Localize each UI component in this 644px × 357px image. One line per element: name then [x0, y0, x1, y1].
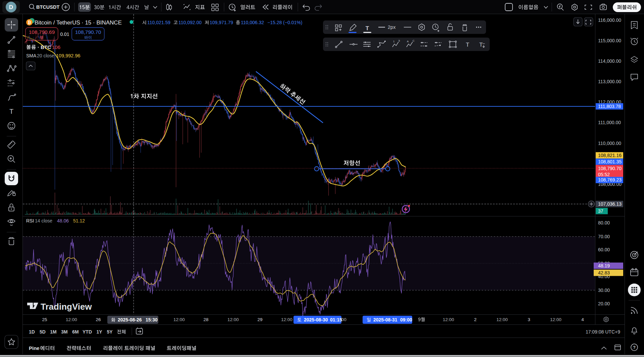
- svg-text:110,021.59: 110,021.59: [147, 20, 170, 25]
- svg-text:SMA: SMA: [26, 53, 37, 58]
- svg-text:5D: 5D: [40, 329, 46, 335]
- svg-text:37: 37: [598, 208, 603, 214]
- svg-text:108,790.70: 108,790.70: [75, 29, 101, 35]
- svg-text:Bitcoin / TetherUS: Bitcoin / TetherUS: [35, 19, 80, 26]
- svg-text:1M: 1M: [50, 329, 56, 335]
- svg-text:0.01: 0.01: [60, 32, 69, 37]
- svg-text:05:52: 05:52: [598, 172, 610, 177]
- svg-text:5: 5: [398, 39, 400, 42]
- svg-text:09:00: 09:00: [400, 317, 412, 322]
- svg-text:28: 28: [203, 317, 208, 322]
- svg-text:YTD: YTD: [83, 329, 92, 335]
- svg-text:C: C: [413, 39, 415, 42]
- svg-text:48.19: 48.19: [598, 263, 610, 268]
- svg-text:106: 106: [52, 44, 60, 50]
- svg-text:1: 1: [393, 40, 395, 43]
- svg-text:109,992.96: 109,992.96: [56, 53, 80, 58]
- svg-text:01:15: 01:15: [330, 317, 342, 322]
- svg-text:D: D: [9, 4, 13, 10]
- svg-text:108,821.16: 108,821.16: [598, 153, 622, 158]
- svg-text:30.00: 30.00: [598, 288, 610, 293]
- svg-text:12:00: 12:00: [443, 317, 454, 322]
- svg-text:25: 25: [42, 317, 47, 322]
- svg-text:₿: ₿: [28, 20, 31, 25]
- svg-text:110,000.00: 110,000.00: [598, 141, 621, 146]
- svg-text:1D: 1D: [29, 329, 35, 335]
- svg-text:2px: 2px: [388, 24, 396, 30]
- svg-text:70.00: 70.00: [598, 234, 610, 239]
- svg-text:6M: 6M: [72, 329, 78, 335]
- svg-text:BTCUSDT: BTCUSDT: [36, 4, 59, 10]
- svg-text:4: 4: [581, 317, 584, 322]
- svg-text:12:00: 12:00: [496, 317, 508, 322]
- svg-text:110,092.00: 110,092.00: [178, 20, 202, 25]
- svg-text:60.00: 60.00: [598, 247, 610, 252]
- svg-text:· BTC: · BTC: [38, 44, 51, 50]
- svg-text:110,006.32: 110,006.32: [241, 20, 264, 25]
- svg-text:T: T: [9, 108, 13, 115]
- svg-text:48.06: 48.06: [57, 218, 69, 223]
- svg-text:12:00: 12:00: [281, 317, 292, 322]
- svg-text:15:30: 15:30: [146, 317, 158, 322]
- svg-text:2: 2: [474, 317, 477, 322]
- svg-text:12:00: 12:00: [66, 317, 77, 322]
- svg-text:80.00: 80.00: [598, 220, 610, 225]
- svg-text:20 close: 20 close: [37, 53, 54, 58]
- svg-text:· 15 · BINANCE: · 15 · BINANCE: [82, 19, 122, 26]
- svg-text:2025-08-26: 2025-08-26: [118, 317, 142, 322]
- svg-text:20.00: 20.00: [598, 301, 610, 306]
- svg-text:111,803.78: 111,803.78: [598, 104, 621, 109]
- svg-text:3: 3: [528, 317, 530, 322]
- svg-text:2025-08-30: 2025-08-30: [304, 317, 328, 322]
- svg-text:A: A: [407, 40, 409, 43]
- svg-text:108,801.35: 108,801.35: [598, 159, 622, 164]
- svg-text:TradingView: TradingView: [41, 302, 92, 312]
- svg-text:?: ?: [633, 345, 636, 350]
- svg-text:T: T: [466, 42, 469, 48]
- svg-text:116,000.00: 116,000.00: [598, 17, 621, 23]
- svg-text:2025-08-31: 2025-08-31: [373, 317, 397, 322]
- svg-text:109,971.79: 109,971.79: [210, 20, 233, 25]
- svg-text:5Y: 5Y: [107, 329, 113, 335]
- svg-text:14 close: 14 close: [35, 218, 52, 223]
- svg-text:42.83: 42.83: [598, 270, 610, 275]
- svg-text:T: T: [366, 25, 369, 32]
- svg-text:26: 26: [96, 317, 101, 322]
- svg-text:12:00: 12:00: [227, 317, 239, 322]
- svg-text:29: 29: [257, 317, 262, 322]
- svg-text:17:09:08 UTC+9: 17:09:08 UTC+9: [586, 329, 620, 335]
- svg-text:Pine: Pine: [29, 345, 40, 351]
- svg-text:108,790.69: 108,790.69: [29, 29, 55, 35]
- svg-text:113,000.00: 113,000.00: [598, 79, 621, 84]
- svg-text:1Y: 1Y: [96, 329, 102, 335]
- svg-text:111,000.00: 111,000.00: [598, 120, 621, 125]
- svg-text:107,036.13: 107,036.13: [598, 201, 622, 207]
- svg-text:12:00: 12:00: [173, 317, 185, 322]
- svg-text:−15.28 (−0.01%): −15.28 (−0.01%): [267, 20, 302, 25]
- svg-text:T: T: [479, 42, 483, 48]
- svg-text:108,769.23: 108,769.23: [598, 177, 622, 183]
- svg-text:108,790.70: 108,790.70: [598, 166, 622, 171]
- svg-text:12:00: 12:00: [550, 317, 561, 322]
- svg-text:115,000.00: 115,000.00: [598, 38, 621, 43]
- svg-text:3M: 3M: [61, 329, 67, 335]
- svg-text:51.12: 51.12: [73, 218, 85, 223]
- svg-text:114,000.00: 114,000.00: [598, 58, 621, 64]
- svg-text:RSI: RSI: [26, 218, 34, 223]
